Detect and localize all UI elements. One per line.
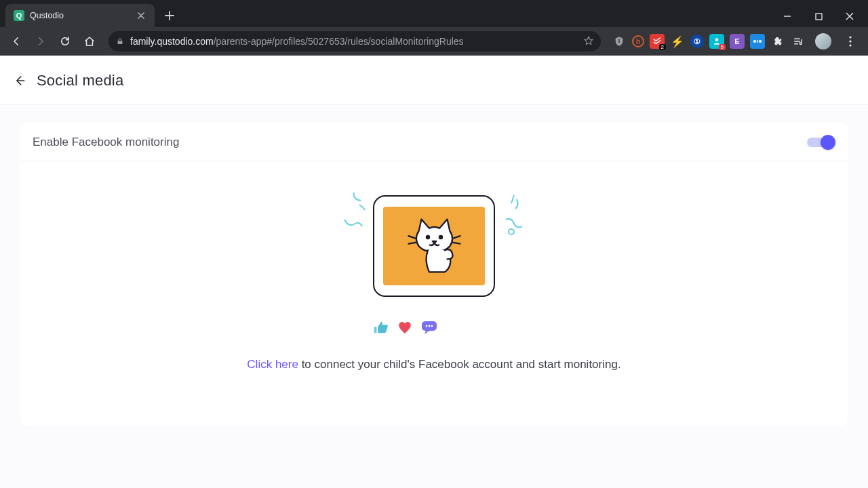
svg-rect-5 [757,40,758,43]
address-bar[interactable]: family.qustodio.com/parents-app#/profile… [108,31,601,52]
tabs-strip: Q Qustodio [0,4,179,27]
svg-point-12 [426,325,428,327]
cat-icon [402,213,467,280]
svg-point-7 [849,40,851,42]
media-control-icon[interactable] [791,34,806,49]
comment-icon [420,320,438,335]
extensions-menu-icon[interactable] [770,34,785,49]
reactions-row [372,320,438,335]
svg-rect-3 [753,40,756,43]
page-viewport: Social media Enable Facebook monitoring [0,56,868,488]
settings-card: Enable Facebook monitoring [20,123,848,426]
like-icon [372,320,389,335]
extension-badge: 5 [719,44,726,50]
extension-blue-icon[interactable] [750,34,765,49]
maximize-button[interactable] [803,5,834,27]
window-controls [772,5,868,27]
svg-point-6 [849,36,851,38]
illustration-area: Click here to connect your child's Faceb… [20,161,848,426]
new-tab-button[interactable] [160,6,179,25]
page-title: Social media [37,72,123,89]
svg-point-2 [715,38,719,41]
svg-point-10 [439,236,441,239]
close-window-button[interactable] [834,5,865,27]
svg-point-8 [849,44,851,46]
setting-row-facebook: Enable Facebook monitoring [20,123,848,161]
back-button[interactable] [5,30,27,52]
url-text: family.qustodio.com/parents-app#/profile… [130,36,464,47]
tab-title: Qustodio [30,11,64,20]
browser-toolbar: family.qustodio.com/parents-app#/profile… [0,27,868,56]
photo-background [383,207,485,285]
extension-icons: h 2 ⚡ ① 5 E [609,32,863,51]
cat-illustration [359,188,509,310]
chrome-menu-icon[interactable] [841,32,860,51]
extension-e-icon[interactable]: E [730,34,745,49]
url-host: family.qustodio.com [130,36,214,47]
lock-icon [115,37,125,46]
extension-badge: 2 [659,44,666,50]
svg-point-9 [426,236,429,239]
favicon: Q [14,10,24,21]
extension-bolt-icon[interactable]: ⚡ [670,34,685,49]
connect-cta: Click here to connect your child's Faceb… [247,358,620,371]
extension-shield-icon[interactable] [612,34,627,49]
back-arrow-icon[interactable] [12,73,27,88]
url-path: /parents-app#/profiles/5027653/rules/soc… [214,36,464,47]
reload-button[interactable] [54,30,76,52]
heart-icon [396,320,414,335]
minimize-button[interactable] [772,5,803,27]
photo-frame [373,195,495,297]
svg-rect-4 [759,40,762,43]
profile-avatar[interactable] [815,33,831,49]
close-tab-icon[interactable] [136,10,146,21]
connect-facebook-link[interactable]: Click here [247,358,298,371]
toggle-knob [821,135,835,150]
setting-label: Enable Facebook monitoring [33,136,179,149]
bookmark-star-icon[interactable] [583,35,594,48]
svg-rect-1 [118,41,123,45]
browser-tab[interactable]: Q Qustodio [5,4,155,27]
titlebar: Q Qustodio [0,0,868,27]
extension-teal-icon[interactable]: 5 [709,34,724,49]
extension-1password-icon[interactable]: ① [690,35,704,48]
extension-circle-icon[interactable]: h [632,35,644,47]
svg-point-13 [429,325,431,327]
svg-rect-0 [816,14,822,20]
extension-todoist-icon[interactable]: 2 [650,34,665,49]
home-button[interactable] [79,30,100,52]
forward-button[interactable] [30,30,52,52]
content-area: Enable Facebook monitoring [0,105,868,488]
svg-point-14 [431,325,433,327]
browser-chrome: Q Qustodio family.qustodio.com/parents-a… [0,0,868,56]
cta-rest-text: to connect your child's Facebook account… [298,358,621,371]
page-header: Social media [0,56,868,105]
facebook-monitoring-toggle[interactable] [807,135,835,150]
